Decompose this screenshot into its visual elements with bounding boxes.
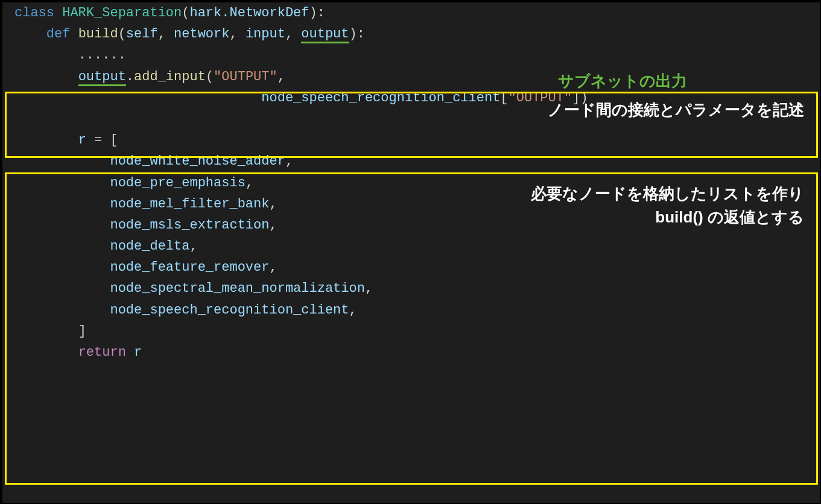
code-line-15: node_speech_recognition_client, (2, 300, 820, 321)
var-mel-filter-bank: node_mel_filter_bank (110, 197, 269, 212)
code-line-3: ...... (2, 45, 820, 66)
code-line-2: def build(self, network, input, output): (2, 24, 820, 45)
var-spectral-mean-normalization: node_spectral_mean_normalization (110, 281, 364, 296)
output-underlined: output (78, 69, 126, 86)
string-output: "OUTPUT" (214, 69, 277, 84)
param-output-underlined: output (301, 27, 349, 43)
annotation-node-connection: ノード間の接続とパラメータを記述 (548, 98, 804, 123)
var-pre-emphasis: node_pre_emphasis (110, 175, 245, 191)
var-delta: node_delta (110, 239, 189, 254)
code-line-8: node_white_noise_adder, (2, 151, 820, 172)
annotation-node-list: 必要なノードを格納したリストを作りbuild() の返値とする (531, 182, 804, 229)
code-line-13: node_feature_remover, (2, 257, 820, 278)
keyword-def: def (46, 27, 71, 42)
function-name: build (78, 27, 118, 42)
keyword-class: class (14, 5, 54, 20)
ellipsis: ...... (78, 48, 126, 63)
var-msls-extraction: node_msls_extraction (110, 218, 269, 233)
code-line-1: class HARK_Separation(hark.NetworkDef): (2, 2, 820, 24)
method-add-input: add_input (134, 69, 206, 84)
var-speech-recognition-client: node_speech_recognition_client (110, 303, 349, 318)
keyword-return: return (78, 345, 126, 360)
code-block: class HARK_Separation(hark.NetworkDef): … (2, 2, 820, 503)
code-line-17: return r (2, 342, 820, 363)
code-line-12: node_delta, (2, 236, 820, 257)
code-line-14: node_spectral_mean_normalization, (2, 278, 820, 299)
annotation-subnet-output: サブネットの出力 (558, 69, 687, 94)
code-line-4: output.add_input("OUTPUT", (2, 66, 820, 87)
class-name: HARK_Separation (62, 5, 182, 20)
code-line-7: r = [ (2, 130, 820, 151)
var-speech-recognition: node_speech_recognition_client (261, 90, 500, 106)
var-feature-remover: node_feature_remover (110, 260, 269, 275)
code-line-16: ] (2, 321, 820, 342)
base-class: hark.NetworkDef (189, 5, 309, 20)
var-r: r (78, 133, 86, 148)
var-white-noise-adder: node_white_noise_adder (110, 154, 285, 169)
